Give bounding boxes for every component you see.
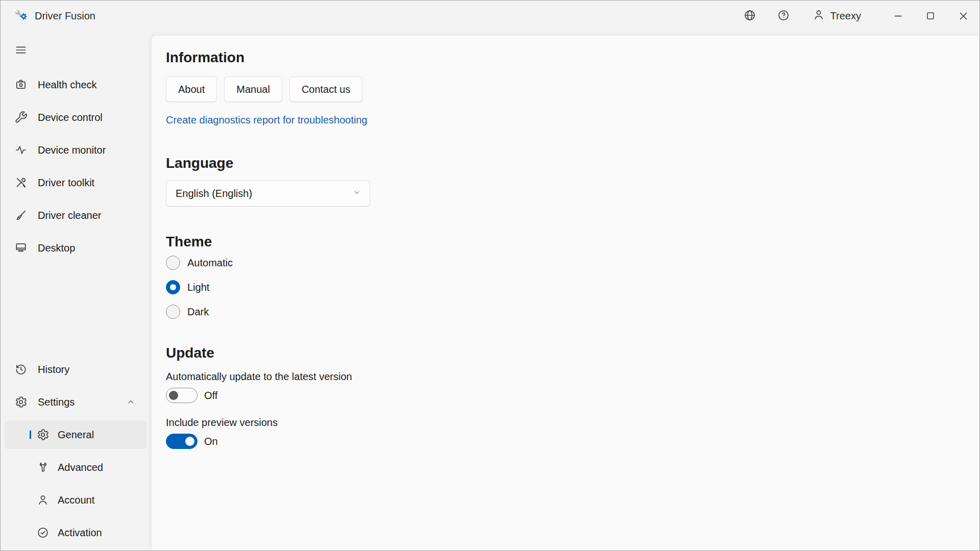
manual-button[interactable]: Manual [224, 77, 282, 102]
theme-option-label: Dark [187, 306, 209, 318]
sidebar-item-activation[interactable]: Activation [5, 518, 146, 547]
globe-icon [743, 9, 756, 23]
about-button[interactable]: About [166, 77, 217, 102]
toolkit-icon [14, 176, 28, 189]
theme-option-label: Light [187, 282, 209, 293]
sidebar-item-account[interactable]: Account [5, 486, 146, 514]
preview-versions-label: Include preview versions [166, 417, 959, 429]
chevron-up-icon [126, 397, 135, 407]
sidebar-item-label: Activation [58, 527, 102, 539]
theme-radio-group: Automatic Light Dark [166, 256, 959, 329]
sidebar-item-advanced[interactable]: Advanced [5, 453, 146, 482]
language-select[interactable]: English (English) [166, 180, 370, 207]
account-button[interactable]: Treexy [805, 4, 868, 28]
sidebar-item-label: Settings [38, 396, 75, 408]
theme-heading: Theme [166, 233, 959, 251]
sidebar-item-driver-toolkit[interactable]: Driver toolkit [5, 168, 146, 197]
health-check-icon [14, 78, 28, 91]
radio-icon [166, 280, 180, 294]
app-logo-icon [14, 9, 28, 23]
sidebar-spacer [1, 266, 151, 355]
language-globe-button[interactable] [738, 4, 762, 28]
sidebar-item-driver-cleaner[interactable]: Driver cleaner [5, 201, 146, 230]
sidebar-item-label: Driver toolkit [38, 177, 94, 189]
preview-versions-row: On [166, 434, 959, 449]
sidebar-item-label: Account [58, 494, 94, 506]
app-window: Driver Fusion [0, 0, 980, 551]
update-heading: Update [166, 344, 959, 362]
monitor-icon [14, 241, 28, 255]
close-button[interactable] [947, 1, 979, 31]
sidebar-item-health-check[interactable]: Health check [5, 70, 146, 99]
sidebar-item-label: Device monitor [38, 144, 106, 156]
theme-option-label: Automatic [187, 257, 233, 269]
sidebar-nav-list: Health check Device control Device monit… [1, 70, 151, 551]
sidebar-item-history[interactable]: History [5, 355, 146, 384]
selected-indicator [30, 431, 31, 439]
help-icon [777, 9, 790, 23]
settings-general-page: Information About Manual Contact us Crea… [151, 35, 979, 550]
sidebar-item-label: General [58, 429, 94, 441]
pulse-icon [14, 143, 28, 157]
person-icon [36, 493, 50, 507]
check-circle-icon [36, 526, 50, 539]
auto-update-state-label: Off [204, 390, 217, 402]
account-name: Treexy [830, 10, 861, 22]
titlebar-left: Driver Fusion [1, 9, 95, 23]
information-buttons: About Manual Contact us [166, 77, 959, 102]
theme-option-automatic[interactable]: Automatic [166, 256, 233, 270]
sidebar-item-settings[interactable]: Settings [5, 388, 146, 416]
hamburger-icon [14, 43, 28, 58]
app-title: Driver Fusion [35, 10, 95, 22]
sidebar-item-device-control[interactable]: Device control [5, 103, 146, 132]
sidebar-item-label: Advanced [58, 462, 103, 473]
radio-icon [166, 305, 180, 319]
toggle-knob [169, 391, 178, 400]
window-controls [881, 1, 979, 31]
language-heading: Language [166, 155, 959, 172]
menu-toggle-button[interactable] [9, 40, 33, 61]
wrench-icon [14, 111, 28, 124]
auto-update-row: Off [166, 388, 959, 403]
sidebar-item-label: History [38, 364, 69, 375]
titlebar: Driver Fusion [1, 1, 979, 31]
language-select-value: English (English) [176, 188, 352, 199]
toggle-knob [185, 437, 194, 446]
auto-update-toggle[interactable] [166, 388, 198, 403]
theme-option-light[interactable]: Light [166, 280, 209, 294]
minimize-button[interactable] [881, 1, 914, 31]
sidebar-item-label: Driver cleaner [38, 210, 101, 221]
gear-icon [36, 428, 50, 441]
preview-versions-state-label: On [204, 436, 218, 447]
theme-option-dark[interactable]: Dark [166, 305, 209, 319]
history-icon [14, 363, 28, 376]
auto-update-label: Automatically update to the latest versi… [166, 371, 959, 383]
radio-icon [166, 256, 180, 270]
sidebar-item-label: Device control [38, 112, 103, 123]
sidebar-item-general[interactable]: General [5, 420, 146, 449]
broom-icon [14, 209, 28, 222]
diagnostics-report-link[interactable]: Create diagnostics report for troublesho… [166, 114, 368, 126]
help-button[interactable] [771, 4, 796, 28]
sidebar-item-desktop[interactable]: Desktop [5, 234, 146, 262]
sidebar-item-label: Desktop [38, 242, 75, 254]
sidebar-item-device-monitor[interactable]: Device monitor [5, 136, 146, 164]
information-heading: Information [166, 49, 959, 66]
sidebar: Health check Device control Device monit… [1, 31, 151, 551]
maximize-button[interactable] [914, 1, 947, 31]
chevron-down-icon [352, 188, 361, 199]
titlebar-right: Treexy [738, 1, 979, 31]
preview-versions-toggle[interactable] [166, 434, 198, 449]
contact-us-button[interactable]: Contact us [289, 77, 363, 102]
person-icon [812, 8, 825, 24]
sidebar-item-label: Health check [38, 79, 97, 91]
gear-icon [14, 395, 28, 409]
spanner-icon [36, 461, 50, 474]
